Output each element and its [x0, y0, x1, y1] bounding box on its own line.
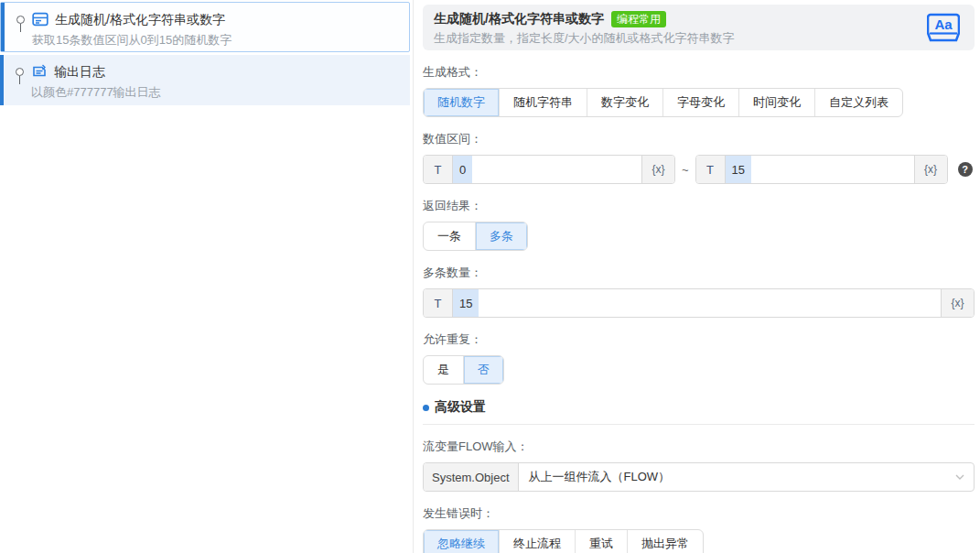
text-component-aa-icon: Aa [927, 12, 960, 43]
flow-step-output-log[interactable]: 输出日志 以颜色#777777输出日志 [0, 55, 410, 105]
automation-flow-editor: 生成随机/格式化字符串或数字 获取15条数值区间从0到15的随机数字 输出日志 … [0, 0, 980, 553]
random-string-icon [32, 11, 48, 27]
help-question-icon[interactable]: ? [958, 162, 973, 177]
variable-insert-button[interactable]: {x} [641, 156, 674, 183]
type-toggle-button[interactable]: T [424, 289, 453, 317]
field-flow-input: 流变量FLOW输入： System.Object 从上一组件流入（FLOW） [423, 439, 975, 492]
variable-insert-button[interactable]: {x} [941, 289, 974, 317]
range-max-value: 15 [726, 156, 751, 183]
tab-time-variation[interactable]: 时间变化 [738, 89, 814, 116]
field-on-error: 发生错误时： 忽略继续 终止流程 重试 抛出异常 [423, 505, 975, 553]
flow-input-select[interactable]: 从上一组件流入（FLOW） [519, 463, 974, 491]
range-min-input[interactable]: 0 [453, 156, 641, 183]
step-title: 生成随机/格式化字符串或数字 [55, 12, 225, 28]
option-yes[interactable]: 是 [424, 356, 463, 384]
tab-number-variation[interactable]: 数字变化 [587, 89, 662, 116]
range-separator: ~ [682, 163, 689, 177]
flow-input-select-group: System.Object 从上一组件流入（FLOW） [423, 462, 975, 492]
category-badge: 编程常用 [611, 11, 666, 27]
flow-step-generate-random[interactable]: 生成随机/格式化字符串或数字 获取15条数值区间从0到15的随机数字 [0, 2, 410, 52]
on-error-options: 忽略继续 终止流程 重试 抛出异常 [423, 529, 704, 553]
tab-custom-list[interactable]: 自定义列表 [814, 89, 902, 116]
field-multiple-count: 多条数量： T 15 {x} [423, 265, 975, 318]
multiple-count-input[interactable]: 15 [453, 289, 941, 317]
multiple-count-value: 15 [453, 289, 479, 317]
field-return-result: 返回结果： 一条 多条 [423, 198, 975, 251]
flow-step-list: 生成随机/格式化字符串或数字 获取15条数值区间从0到15的随机数字 输出日志 … [0, 0, 414, 553]
field-generate-format: 生成格式： 随机数字 随机字符串 数字变化 字母变化 时间变化 自定义列表 [423, 64, 975, 117]
allow-repeat-options: 是 否 [423, 355, 504, 385]
return-result-options: 一条 多条 [423, 222, 528, 251]
generate-format-tabs: 随机数字 随机字符串 数字变化 字母变化 时间变化 自定义列表 [423, 88, 903, 117]
range-min-input-group: T 0 {x} [423, 155, 675, 184]
bullet-dot-icon [423, 405, 429, 411]
flow-input-type: System.Object [424, 463, 519, 491]
advanced-settings-header: 高级设置 [423, 399, 975, 416]
tab-letter-variation[interactable]: 字母变化 [662, 89, 738, 116]
section-divider [423, 424, 975, 425]
field-allow-repeat: 允许重复： 是 否 [423, 331, 975, 385]
component-properties-panel: 生成随机/格式化字符串或数字 编程常用 生成指定数量，指定长度/大小的随机或格式… [414, 0, 980, 553]
step-accent-bar [0, 55, 4, 105]
option-ignore-continue[interactable]: 忽略继续 [424, 530, 499, 553]
range-min-value: 0 [453, 156, 472, 183]
allow-repeat-label: 允许重复： [423, 331, 975, 348]
step-accent-bar [1, 3, 5, 51]
flow-input-label: 流变量FLOW输入： [423, 439, 975, 455]
tab-random-number[interactable]: 随机数字 [424, 89, 499, 116]
component-title: 生成随机/格式化字符串或数字 [434, 11, 604, 27]
step-title: 输出日志 [54, 64, 105, 81]
return-result-label: 返回结果： [423, 198, 975, 214]
variable-insert-button[interactable]: {x} [914, 156, 947, 183]
option-multiple[interactable]: 多条 [475, 222, 527, 250]
step-connector-anchor [16, 16, 25, 24]
option-no[interactable]: 否 [463, 356, 503, 384]
generate-format-label: 生成格式： [423, 64, 975, 81]
chevron-down-icon [954, 472, 965, 482]
advanced-settings-label: 高级设置 [435, 399, 486, 416]
type-toggle-button[interactable]: T [696, 156, 726, 183]
step-connector-anchor [16, 68, 24, 76]
step-subtitle: 获取15条数值区间从0到15的随机数字 [32, 32, 232, 49]
field-number-range: 数值区间： T 0 {x} ~ T 15 {x} ? [423, 131, 975, 184]
option-stop-flow[interactable]: 终止流程 [499, 530, 575, 553]
svg-text:Aa: Aa [934, 16, 953, 32]
option-throw-exception[interactable]: 抛出异常 [627, 530, 703, 553]
step-subtitle: 以颜色#777777输出日志 [31, 84, 161, 101]
tab-random-string[interactable]: 随机字符串 [499, 89, 587, 116]
option-single[interactable]: 一条 [424, 222, 475, 250]
component-header: 生成随机/格式化字符串或数字 编程常用 生成指定数量，指定长度/大小的随机或格式… [423, 5, 975, 50]
range-max-input[interactable]: 15 [726, 156, 914, 183]
log-output-icon [31, 63, 48, 80]
component-description: 生成指定数量，指定长度/大小的随机或格式化字符串数字 [434, 30, 964, 47]
flow-input-selected-value: 从上一组件流入（FLOW） [529, 469, 671, 485]
multiple-count-input-group: T 15 {x} [423, 288, 975, 318]
type-toggle-button[interactable]: T [424, 156, 453, 183]
on-error-label: 发生错误时： [423, 505, 975, 522]
range-max-input-group: T 15 {x} [695, 155, 948, 184]
option-retry[interactable]: 重试 [575, 530, 627, 553]
number-range-label: 数值区间： [423, 131, 975, 147]
multiple-count-label: 多条数量： [423, 265, 975, 281]
